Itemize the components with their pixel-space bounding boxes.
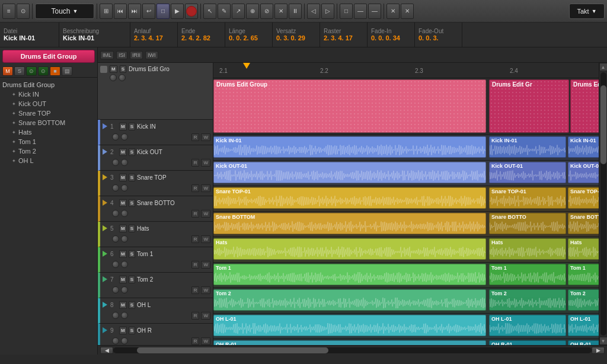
color-btn[interactable]: ■ (50, 66, 60, 76)
clip-kick-out[interactable]: Kick OUT-01 (568, 162, 599, 183)
clip-kick-in[interactable]: Kick IN-01 (213, 136, 486, 158)
mute-btn[interactable]: ⊘ (260, 4, 273, 19)
track-s-kick-in[interactable]: S (129, 123, 135, 130)
close-btn[interactable]: ✕ (386, 4, 400, 19)
play-btn[interactable]: ▶ (171, 4, 184, 19)
s-btn[interactable]: S (14, 66, 25, 76)
clock-btn[interactable]: ⊙ (17, 4, 30, 19)
clip-snare-bottom[interactable]: Snare BOTTOM (568, 213, 599, 234)
group-clip[interactable]: Drums Edit Grou (570, 79, 599, 133)
track-w-tom1[interactable]: W (201, 261, 210, 269)
track-m-hats[interactable]: M (119, 225, 127, 232)
group-clip[interactable]: Drums Edit Group (213, 79, 486, 133)
clip-hats[interactable]: Hats (489, 238, 566, 260)
arrange-btn[interactable]: ⊞ (100, 4, 113, 19)
clip-kick-in[interactable]: Kick IN-01 (568, 136, 599, 158)
track-knob1-kick-out[interactable] (112, 159, 119, 166)
track-knob2-oh-l[interactable] (121, 312, 128, 319)
track-s-oh-l[interactable]: S (129, 301, 135, 309)
track-r-kick-in[interactable]: R (191, 133, 200, 141)
iml-btn[interactable]: IML (100, 51, 114, 59)
right-scrollbar[interactable]: ▲ ▼ (599, 63, 607, 345)
track-w-kick-in[interactable]: W (201, 133, 210, 141)
track-r-oh-l[interactable]: R (191, 312, 200, 320)
track-s-snare-top[interactable]: S (129, 174, 135, 181)
clip-kick-out[interactable]: Kick OUT-01 (213, 162, 486, 183)
track-r-oh-r[interactable]: R (191, 337, 200, 345)
undo-btn[interactable]: ↩ (142, 4, 155, 19)
tree-item-kick-in[interactable]: Kick IN (2, 90, 95, 99)
iwl-btn[interactable]: IWI (145, 51, 158, 59)
track-s-tom1[interactable]: S (129, 250, 135, 258)
iril-btn[interactable]: IRII (130, 51, 143, 59)
track-knob2-kick-out[interactable] (121, 159, 128, 166)
track-knob2-kick-in[interactable] (121, 133, 128, 141)
track-m-tom1[interactable]: M (119, 250, 127, 258)
track-r-kick-out[interactable]: R (191, 159, 200, 167)
isi-btn[interactable]: ISI (116, 51, 127, 59)
select-btn[interactable]: ↗ (232, 4, 245, 19)
record-btn[interactable] (185, 4, 198, 19)
group-clip[interactable]: Drums Edit Gr (489, 79, 569, 133)
track-r-tom1[interactable]: R (191, 261, 200, 269)
tree-item-hats[interactable]: Hats (2, 127, 95, 137)
group-knob1[interactable] (110, 74, 117, 81)
clip-snare-top[interactable]: Snare TOP-01 (568, 187, 599, 209)
track-w-tom2[interactable]: W (201, 286, 210, 294)
tree-item-snare-bottom[interactable]: Snare BOTTOM (2, 118, 95, 127)
track-m-kick-out[interactable]: M (119, 148, 127, 156)
close2-btn[interactable]: ✕ (401, 4, 414, 19)
track-m-snare-bottom[interactable]: M (119, 199, 127, 207)
scroll-down-btn[interactable]: ▼ (599, 337, 608, 345)
pause-btn[interactable]: ⏸ (289, 4, 302, 19)
cut-btn[interactable]: ✕ (274, 4, 287, 19)
tree-item-snare-top[interactable]: Snare TOP (2, 108, 95, 118)
pencil-btn[interactable]: ✎ (218, 4, 231, 19)
track-w-kick-out[interactable]: W (201, 159, 210, 167)
track-s-snare-bottom[interactable]: S (129, 199, 135, 207)
rewind-btn[interactable]: ⏮ (114, 4, 127, 19)
track-knob2-oh-r[interactable] (121, 337, 128, 344)
clip-hats[interactable]: Hats (213, 238, 486, 260)
clip-oh-l[interactable]: OH L-01 (489, 315, 566, 336)
tree-item-kick-out[interactable]: Kick OUT (2, 99, 95, 108)
track-knob1-hats[interactable] (112, 235, 119, 242)
track-knob2-snare-bottom[interactable] (121, 210, 128, 217)
track-w-snare-bottom[interactable]: W (201, 210, 210, 218)
clip-tom1[interactable]: Tom 1 (568, 264, 599, 285)
track-knob1-snare-top[interactable] (112, 184, 119, 191)
track-s-tom2[interactable]: S (129, 276, 135, 283)
hscroll-thumb[interactable] (137, 347, 328, 353)
clip-snare-bottom[interactable]: Snare BOTTO (489, 213, 566, 234)
tree-item-tom1[interactable]: Tom 1 (2, 137, 95, 146)
track-knob1-snare-bottom[interactable] (112, 210, 119, 217)
clip-oh-r[interactable]: OH R-01 (489, 340, 566, 345)
touch-mode-display[interactable]: Touch ▼ (35, 4, 94, 19)
clip-hats[interactable]: Hats (568, 238, 599, 260)
clip-snare-top[interactable]: Snare TOP-01 (213, 187, 486, 209)
scroll-right-btn[interactable]: ▶ (592, 347, 605, 354)
clip-kick-in[interactable]: Kick IN-01 (489, 136, 566, 158)
minus-btn[interactable]: — (354, 4, 367, 19)
track-knob1-tom1[interactable] (112, 261, 119, 268)
cursor-btn[interactable]: ↖ (203, 4, 216, 19)
scroll-up-btn[interactable]: ▲ (599, 63, 608, 71)
loop-btn[interactable]: □ (156, 4, 170, 19)
track-w-hats[interactable]: W (201, 235, 210, 243)
edit-group-button[interactable]: Drums Edit Group (2, 50, 95, 63)
track-m-oh-r[interactable]: M (119, 327, 127, 334)
track-knob2-snare-top[interactable] (121, 184, 128, 191)
tree-item-tom2[interactable]: Tom 2 (2, 146, 95, 156)
m-btn[interactable]: M (2, 66, 13, 76)
track-s-oh-r[interactable]: S (129, 327, 135, 334)
track-s-hats[interactable]: S (129, 225, 135, 232)
track-knob2-tom1[interactable] (121, 261, 128, 268)
track-knob1-kick-in[interactable] (112, 133, 119, 141)
fast-forward-btn[interactable]: ⏭ (128, 4, 141, 19)
track-knob1-oh-r[interactable] (112, 337, 119, 344)
loop2-btn[interactable]: ⊙ (38, 66, 49, 76)
fade2-btn[interactable]: ▷ (321, 4, 334, 19)
clip-snare-top[interactable]: Snare TOP-01 (489, 187, 566, 209)
clip-oh-l[interactable]: OH L-01 (568, 315, 599, 336)
clip-tom1[interactable]: Tom 1 (489, 264, 566, 285)
